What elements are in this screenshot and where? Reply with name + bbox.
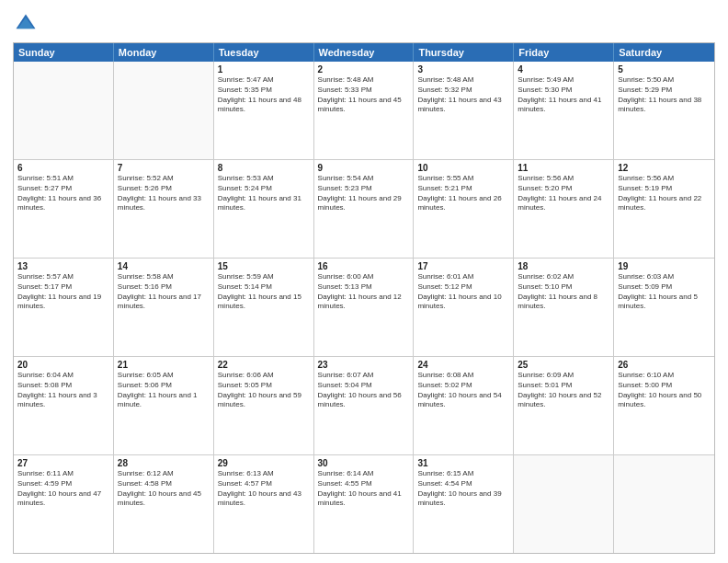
calendar-cell: 25Sunrise: 6:09 AM Sunset: 5:01 PM Dayli… bbox=[514, 357, 614, 454]
day-number: 17 bbox=[417, 261, 509, 271]
day-number: 27 bbox=[17, 458, 109, 468]
day-info: Sunrise: 5:49 AM Sunset: 5:30 PM Dayligh… bbox=[518, 75, 609, 115]
calendar-cell: 22Sunrise: 6:06 AM Sunset: 5:05 PM Dayli… bbox=[214, 357, 314, 454]
day-number: 13 bbox=[17, 261, 109, 271]
day-info: Sunrise: 5:54 AM Sunset: 5:23 PM Dayligh… bbox=[318, 174, 410, 213]
day-number: 7 bbox=[118, 163, 210, 173]
calendar-body: 1Sunrise: 5:47 AM Sunset: 5:35 PM Daylig… bbox=[14, 62, 714, 553]
calendar-cell bbox=[114, 62, 214, 159]
calendar-cell: 20Sunrise: 6:04 AM Sunset: 5:08 PM Dayli… bbox=[14, 357, 114, 454]
day-info: Sunrise: 6:13 AM Sunset: 4:57 PM Dayligh… bbox=[218, 469, 310, 509]
day-number: 1 bbox=[218, 64, 310, 75]
day-number: 15 bbox=[218, 261, 310, 271]
day-number: 11 bbox=[518, 163, 609, 173]
day-number: 12 bbox=[618, 163, 711, 173]
day-number: 16 bbox=[318, 261, 410, 271]
day-number: 29 bbox=[218, 458, 310, 468]
calendar-header-cell: Wednesday bbox=[314, 43, 415, 62]
day-number: 4 bbox=[518, 64, 609, 75]
day-info: Sunrise: 6:01 AM Sunset: 5:12 PM Dayligh… bbox=[417, 272, 509, 312]
day-info: Sunrise: 6:15 AM Sunset: 4:54 PM Dayligh… bbox=[417, 469, 509, 509]
header bbox=[13, 11, 715, 37]
calendar-cell: 31Sunrise: 6:15 AM Sunset: 4:54 PM Dayli… bbox=[414, 455, 514, 553]
day-info: Sunrise: 6:00 AM Sunset: 5:13 PM Dayligh… bbox=[318, 272, 410, 312]
day-info: Sunrise: 5:50 AM Sunset: 5:29 PM Dayligh… bbox=[618, 75, 711, 115]
day-info: Sunrise: 5:51 AM Sunset: 5:27 PM Dayligh… bbox=[17, 174, 109, 213]
day-info: Sunrise: 5:52 AM Sunset: 5:26 PM Dayligh… bbox=[118, 174, 210, 213]
calendar-cell: 2Sunrise: 5:48 AM Sunset: 5:33 PM Daylig… bbox=[314, 62, 415, 159]
day-info: Sunrise: 5:55 AM Sunset: 5:21 PM Dayligh… bbox=[417, 174, 509, 213]
calendar-week: 20Sunrise: 6:04 AM Sunset: 5:08 PM Dayli… bbox=[14, 357, 714, 455]
calendar-header: SundayMondayTuesdayWednesdayThursdayFrid… bbox=[14, 43, 714, 62]
day-info: Sunrise: 6:02 AM Sunset: 5:10 PM Dayligh… bbox=[518, 272, 609, 312]
calendar-header-cell: Tuesday bbox=[214, 43, 314, 62]
page: SundayMondayTuesdayWednesdayThursdayFrid… bbox=[0, 0, 728, 563]
day-number: 19 bbox=[618, 261, 711, 271]
calendar-cell: 6Sunrise: 5:51 AM Sunset: 5:27 PM Daylig… bbox=[14, 160, 114, 258]
calendar-cell: 14Sunrise: 5:58 AM Sunset: 5:16 PM Dayli… bbox=[114, 259, 214, 356]
calendar-cell: 18Sunrise: 6:02 AM Sunset: 5:10 PM Dayli… bbox=[514, 259, 614, 356]
day-info: Sunrise: 6:09 AM Sunset: 5:01 PM Dayligh… bbox=[518, 371, 609, 410]
day-info: Sunrise: 6:08 AM Sunset: 5:02 PM Dayligh… bbox=[417, 371, 509, 410]
calendar-cell: 19Sunrise: 6:03 AM Sunset: 5:09 PM Dayli… bbox=[614, 259, 714, 356]
calendar-cell: 27Sunrise: 6:11 AM Sunset: 4:59 PM Dayli… bbox=[14, 455, 114, 553]
day-info: Sunrise: 5:53 AM Sunset: 5:24 PM Dayligh… bbox=[218, 174, 310, 213]
day-info: Sunrise: 6:04 AM Sunset: 5:08 PM Dayligh… bbox=[17, 371, 109, 410]
calendar-cell: 28Sunrise: 6:12 AM Sunset: 4:58 PM Dayli… bbox=[114, 455, 214, 553]
calendar-cell: 4Sunrise: 5:49 AM Sunset: 5:30 PM Daylig… bbox=[514, 62, 614, 159]
calendar: SundayMondayTuesdayWednesdayThursdayFrid… bbox=[13, 42, 715, 554]
day-number: 8 bbox=[218, 163, 310, 173]
calendar-cell: 9Sunrise: 5:54 AM Sunset: 5:23 PM Daylig… bbox=[314, 160, 415, 258]
day-number: 26 bbox=[618, 360, 711, 370]
day-info: Sunrise: 5:48 AM Sunset: 5:32 PM Dayligh… bbox=[417, 75, 509, 115]
calendar-cell: 5Sunrise: 5:50 AM Sunset: 5:29 PM Daylig… bbox=[614, 62, 714, 159]
day-number: 20 bbox=[17, 360, 109, 370]
day-number: 30 bbox=[318, 458, 410, 468]
calendar-cell: 1Sunrise: 5:47 AM Sunset: 5:35 PM Daylig… bbox=[214, 62, 314, 159]
day-info: Sunrise: 5:47 AM Sunset: 5:35 PM Dayligh… bbox=[218, 75, 310, 115]
day-info: Sunrise: 5:58 AM Sunset: 5:16 PM Dayligh… bbox=[118, 272, 210, 312]
calendar-cell bbox=[514, 455, 614, 553]
calendar-cell: 17Sunrise: 6:01 AM Sunset: 5:12 PM Dayli… bbox=[414, 259, 514, 356]
day-info: Sunrise: 5:56 AM Sunset: 5:19 PM Dayligh… bbox=[618, 174, 711, 213]
calendar-cell: 3Sunrise: 5:48 AM Sunset: 5:32 PM Daylig… bbox=[414, 62, 514, 159]
calendar-header-cell: Thursday bbox=[414, 43, 514, 62]
day-number: 23 bbox=[318, 360, 410, 370]
day-info: Sunrise: 6:12 AM Sunset: 4:58 PM Dayligh… bbox=[118, 469, 210, 509]
logo-icon bbox=[13, 11, 39, 37]
calendar-week: 1Sunrise: 5:47 AM Sunset: 5:35 PM Daylig… bbox=[14, 62, 714, 160]
day-info: Sunrise: 5:48 AM Sunset: 5:33 PM Dayligh… bbox=[318, 75, 410, 115]
calendar-cell: 11Sunrise: 5:56 AM Sunset: 5:20 PM Dayli… bbox=[514, 160, 614, 258]
day-number: 24 bbox=[417, 360, 509, 370]
calendar-cell: 12Sunrise: 5:56 AM Sunset: 5:19 PM Dayli… bbox=[614, 160, 714, 258]
day-number: 5 bbox=[618, 64, 711, 75]
day-info: Sunrise: 5:57 AM Sunset: 5:17 PM Dayligh… bbox=[17, 272, 109, 312]
day-info: Sunrise: 6:07 AM Sunset: 5:04 PM Dayligh… bbox=[318, 371, 410, 410]
day-number: 10 bbox=[417, 163, 509, 173]
day-number: 25 bbox=[518, 360, 609, 370]
calendar-cell: 24Sunrise: 6:08 AM Sunset: 5:02 PM Dayli… bbox=[414, 357, 514, 454]
calendar-cell: 23Sunrise: 6:07 AM Sunset: 5:04 PM Dayli… bbox=[314, 357, 415, 454]
day-number: 31 bbox=[417, 458, 509, 468]
day-info: Sunrise: 6:14 AM Sunset: 4:55 PM Dayligh… bbox=[318, 469, 410, 509]
calendar-header-cell: Saturday bbox=[614, 43, 714, 62]
day-number: 14 bbox=[118, 261, 210, 271]
day-number: 28 bbox=[118, 458, 210, 468]
calendar-cell: 13Sunrise: 5:57 AM Sunset: 5:17 PM Dayli… bbox=[14, 259, 114, 356]
calendar-week: 6Sunrise: 5:51 AM Sunset: 5:27 PM Daylig… bbox=[14, 160, 714, 259]
calendar-cell: 30Sunrise: 6:14 AM Sunset: 4:55 PM Dayli… bbox=[314, 455, 415, 553]
calendar-cell: 16Sunrise: 6:00 AM Sunset: 5:13 PM Dayli… bbox=[314, 259, 415, 356]
day-number: 3 bbox=[417, 64, 509, 75]
day-info: Sunrise: 5:59 AM Sunset: 5:14 PM Dayligh… bbox=[218, 272, 310, 312]
day-info: Sunrise: 5:56 AM Sunset: 5:20 PM Dayligh… bbox=[518, 174, 609, 213]
day-number: 2 bbox=[318, 64, 410, 75]
day-number: 18 bbox=[518, 261, 609, 271]
calendar-cell: 26Sunrise: 6:10 AM Sunset: 5:00 PM Dayli… bbox=[614, 357, 714, 454]
calendar-cell bbox=[614, 455, 714, 553]
calendar-cell: 29Sunrise: 6:13 AM Sunset: 4:57 PM Dayli… bbox=[214, 455, 314, 553]
calendar-cell bbox=[14, 62, 114, 159]
day-info: Sunrise: 6:10 AM Sunset: 5:00 PM Dayligh… bbox=[618, 371, 711, 410]
day-info: Sunrise: 6:06 AM Sunset: 5:05 PM Dayligh… bbox=[218, 371, 310, 410]
day-number: 9 bbox=[318, 163, 410, 173]
day-number: 22 bbox=[218, 360, 310, 370]
